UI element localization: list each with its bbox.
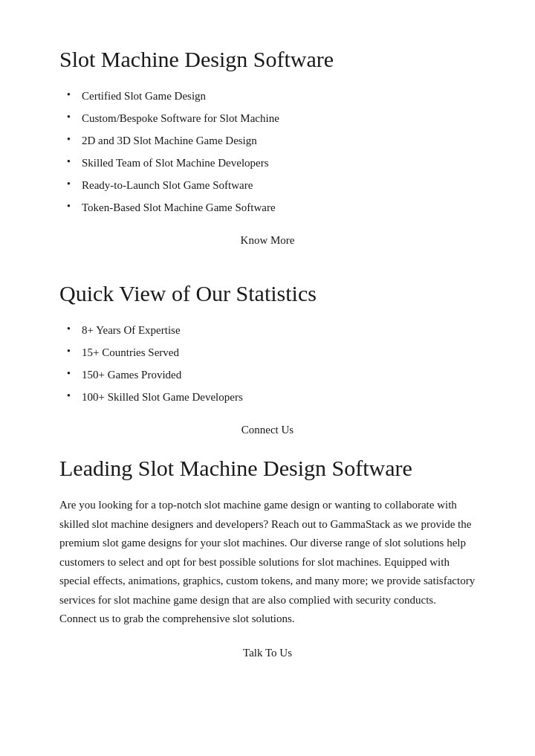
section1-cta-wrapper[interactable]: Know More bbox=[59, 231, 476, 249]
bullet-item-1: Certified Slot Game Design bbox=[67, 87, 476, 105]
section-slot-machine-design: Slot Machine Design Software Certified S… bbox=[59, 45, 476, 249]
bullet-item-2: Custom/Bespoke Software for Slot Machine bbox=[67, 109, 476, 127]
section-statistics: Quick View of Our Statistics 8+ Years Of… bbox=[59, 279, 476, 439]
section2-bullet-list: 8+ Years Of Expertise 15+ Countries Serv… bbox=[59, 321, 476, 406]
section2-title: Quick View of Our Statistics bbox=[59, 279, 476, 308]
section1-bullet-list: Certified Slot Game Design Custom/Bespok… bbox=[59, 87, 476, 216]
bullet-item-3: 2D and 3D Slot Machine Game Design bbox=[67, 132, 476, 149]
bullet-item-6: Token-Based Slot Machine Game Software bbox=[67, 198, 476, 216]
bullet-item-5: Ready-to-Launch Slot Game Software bbox=[67, 176, 476, 194]
talk-to-us-link[interactable]: Talk To Us bbox=[59, 644, 476, 662]
know-more-link[interactable]: Know More bbox=[59, 231, 476, 249]
section3-title: Leading Slot Machine Design Software bbox=[59, 453, 476, 482]
stat-item-3: 150+ Games Provided bbox=[67, 366, 476, 384]
section3-cta-wrapper[interactable]: Talk To Us bbox=[59, 644, 476, 662]
stat-item-2: 15+ Countries Served bbox=[67, 343, 476, 361]
connect-us-link[interactable]: Connect Us bbox=[59, 421, 476, 439]
section3-description: Are you looking for a top-notch slot mac… bbox=[59, 496, 476, 629]
stat-item-4: 100+ Skilled Slot Game Developers bbox=[67, 388, 476, 406]
section2-cta-wrapper[interactable]: Connect Us bbox=[59, 421, 476, 439]
section1-title: Slot Machine Design Software bbox=[59, 45, 476, 74]
stat-item-1: 8+ Years Of Expertise bbox=[67, 321, 476, 339]
bullet-item-4: Skilled Team of Slot Machine Developers bbox=[67, 154, 476, 172]
section-leading: Leading Slot Machine Design Software Are… bbox=[59, 453, 476, 662]
